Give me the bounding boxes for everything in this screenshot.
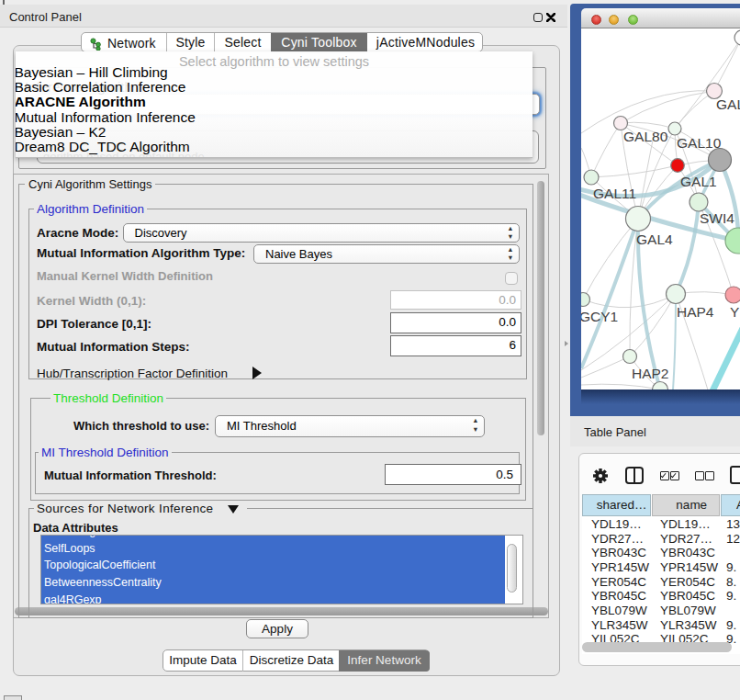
svg-text:GAL1: GAL1 (680, 174, 717, 189)
svg-text:GAL: GAL (716, 96, 740, 112)
svg-text:GCY1: GCY1 (581, 309, 618, 324)
svg-text:HAP4: HAP4 (677, 304, 714, 320)
svg-text:GAL80: GAL80 (623, 129, 668, 144)
svg-text:GAL4: GAL4 (636, 231, 673, 247)
svg-text:GAL11: GAL11 (593, 186, 636, 201)
svg-text:Y: Y (730, 304, 739, 320)
svg-text:HAP2: HAP2 (632, 366, 669, 381)
svg-text:GAL10: GAL10 (677, 135, 722, 151)
svg-text:SWI4: SWI4 (700, 210, 734, 226)
